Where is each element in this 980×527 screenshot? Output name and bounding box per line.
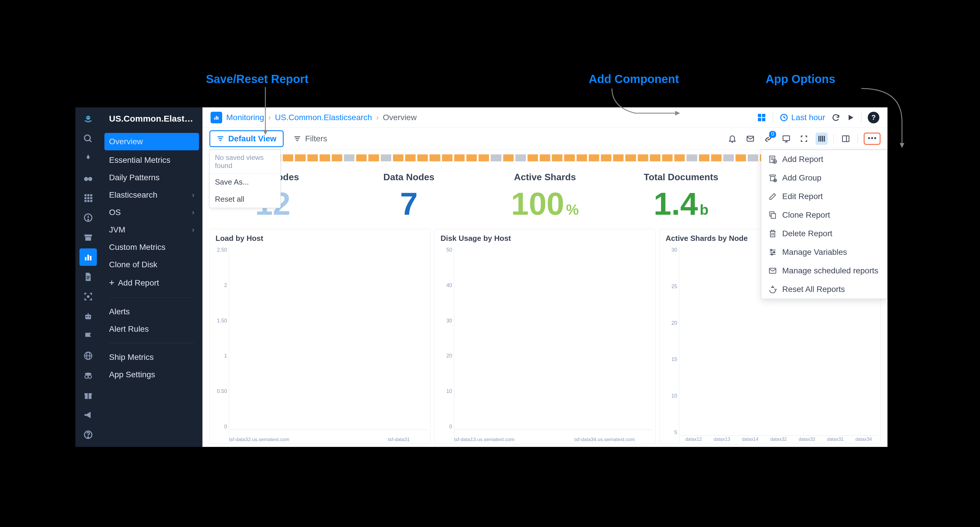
sidebar-title: US.Common.Elast… — [101, 110, 202, 132]
breadcrumb-root[interactable]: Monitoring — [226, 113, 264, 122]
status-tick — [723, 154, 734, 161]
status-tick — [393, 154, 403, 161]
bar — [625, 430, 638, 437]
rocket-rail-icon[interactable] — [80, 150, 97, 167]
logo-icon[interactable] — [80, 110, 97, 128]
gift-rail-icon[interactable] — [80, 386, 97, 404]
status-tick — [552, 154, 562, 161]
svg-point-91 — [773, 252, 775, 253]
opt-reset-all-reports[interactable]: Reset All Reports — [761, 280, 887, 299]
sidebar-item-elasticsearch[interactable]: Elasticsearch› — [101, 186, 202, 204]
time-range-button[interactable]: Last hour — [780, 113, 825, 122]
view-selector-button[interactable]: Default View — [209, 130, 284, 147]
add-component-button[interactable] — [757, 113, 767, 123]
bar — [230, 430, 243, 437]
svg-rect-50 — [218, 117, 219, 120]
status-tick — [735, 154, 746, 161]
search-rail-icon[interactable] — [80, 130, 97, 147]
svg-point-32 — [87, 296, 89, 297]
sidebar-item-jvm[interactable]: JVM› — [101, 221, 202, 238]
sidebar-ship-metrics[interactable]: Ship Metrics — [101, 348, 202, 366]
status-tick — [417, 154, 428, 161]
breadcrumb-app[interactable]: US.Common.Elasticsearch — [275, 113, 372, 122]
svg-point-6 — [89, 117, 89, 118]
sidebar-item-daily[interactable]: Daily Patterns — [101, 169, 202, 186]
app-window: US.Common.Elast… Overview Essential Metr… — [75, 107, 888, 447]
status-tick — [528, 154, 538, 161]
sidebar-item-os[interactable]: OS› — [101, 204, 202, 221]
archive-rail-icon[interactable] — [80, 229, 97, 246]
bar: datax13 — [708, 429, 736, 442]
opt-delete-report[interactable]: Delete Report — [761, 224, 887, 243]
chart-rail-icon[interactable] — [80, 248, 97, 266]
metric-card: Data Nodes 7 — [345, 172, 472, 220]
bell-icon[interactable] — [726, 133, 738, 145]
svg-rect-29 — [86, 276, 90, 276]
view-save-as[interactable]: Save As... — [210, 174, 280, 191]
opt-clone-report[interactable]: Clone Report — [761, 206, 887, 224]
screen-icon[interactable] — [780, 133, 792, 145]
status-tick — [283, 154, 293, 161]
svg-point-5 — [87, 117, 88, 118]
sidebar-app-settings[interactable]: App Settings — [101, 366, 202, 383]
toolbar: Default View Filters 0 No saved view — [202, 128, 888, 150]
sidebar-item-essential[interactable]: Essential Metrics — [101, 152, 202, 169]
status-tick — [613, 154, 624, 161]
bar: datax32 — [765, 429, 792, 442]
opt-edit-report[interactable]: Edit Report — [761, 187, 887, 206]
bar-label: datax12 — [685, 437, 702, 442]
chart-card: Disk Usage by Host50403020100tsf-data13.… — [434, 229, 655, 444]
divider — [109, 343, 194, 343]
chart-card: Load by Host2.5021.5010.500tsf-data32.us… — [209, 229, 430, 444]
opt-add-report[interactable]: Add Report — [761, 150, 887, 169]
opt-scheduled-reports[interactable]: Manage scheduled reports — [761, 262, 887, 280]
bar — [329, 430, 342, 437]
document-rail-icon[interactable] — [80, 268, 97, 286]
status-tick — [638, 154, 648, 161]
grid-rail-icon[interactable] — [80, 189, 97, 207]
sidebar-item-custom[interactable]: Custom Metrics — [101, 238, 202, 256]
sidebar-item-overview[interactable]: Overview — [104, 133, 199, 150]
bar — [244, 430, 257, 437]
status-tick — [356, 154, 367, 161]
globe-rail-icon[interactable] — [80, 347, 97, 364]
detective-rail-icon[interactable] — [80, 367, 97, 384]
opt-manage-variables[interactable]: Manage Variables — [761, 243, 887, 262]
status-tick — [589, 154, 599, 161]
svg-rect-70 — [824, 136, 825, 142]
link-icon[interactable]: 0 — [762, 133, 774, 145]
status-tick — [479, 154, 489, 161]
opt-add-group[interactable]: Add Group — [761, 169, 887, 187]
svg-rect-30 — [86, 277, 90, 278]
sidebar-alert-rules[interactable]: Alert Rules — [101, 320, 202, 338]
alert-rail-icon[interactable] — [80, 209, 97, 226]
filter-icon — [294, 135, 301, 142]
svg-rect-25 — [85, 237, 91, 241]
flag-rail-icon[interactable] — [80, 327, 97, 345]
svg-rect-20 — [90, 200, 92, 202]
help-rail-icon[interactable] — [80, 426, 97, 444]
metric-label: Total Documents — [644, 172, 718, 182]
svg-rect-54 — [762, 118, 765, 121]
view-reset-all[interactable]: Reset all — [210, 191, 280, 208]
mail-icon[interactable] — [744, 133, 756, 145]
fullscreen-icon[interactable] — [798, 133, 810, 145]
metric-value: 7 — [400, 188, 418, 220]
refresh-button[interactable] — [832, 113, 840, 122]
filters-button[interactable]: Filters — [287, 131, 334, 146]
view-dropdown-empty: No saved views found — [210, 150, 280, 174]
svg-rect-28 — [90, 256, 92, 260]
svg-rect-69 — [822, 136, 823, 142]
density-icon[interactable] — [816, 133, 828, 145]
sidebar-add-report[interactable]: +Add Report — [101, 273, 202, 292]
sidebar-item-clone[interactable]: Clone of Disk — [101, 256, 202, 273]
y-axis: 50403020100 — [438, 247, 454, 437]
megaphone-rail-icon[interactable] — [80, 406, 97, 424]
chevron-right-icon: › — [192, 208, 194, 217]
focus-rail-icon[interactable] — [80, 288, 97, 305]
binoculars-rail-icon[interactable] — [80, 169, 97, 187]
divider — [834, 134, 834, 143]
sidebar-alerts[interactable]: Alerts — [101, 303, 202, 320]
status-tick — [503, 154, 514, 161]
robot-rail-icon[interactable] — [80, 308, 97, 325]
